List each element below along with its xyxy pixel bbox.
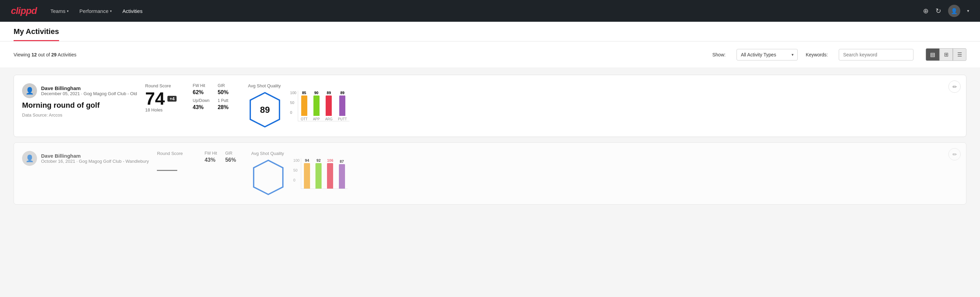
navigation: clippd Teams ▾ Performance ▾ Activities … [0, 0, 980, 22]
avg-shot-block-1: Avg Shot Quality 89 100 50 0 [248, 83, 349, 128]
gir-block-2: GIR 56% [225, 151, 238, 163]
updown-value-1: 43% [193, 104, 210, 110]
hex-score-1: 89 [260, 105, 270, 115]
edit-icon-2: ✏ [953, 151, 957, 158]
user-avatar[interactable]: 👤 [948, 5, 960, 17]
filter-bar: Viewing 12 out of 29 Activities Show: Al… [0, 42, 980, 68]
add-icon[interactable]: ⊕ [923, 7, 929, 15]
bar-ott-2: 94 [304, 158, 310, 188]
fw-hit-value-1: 62% [193, 89, 210, 96]
bar-chart-2: 100 50 0 94 92 10 [293, 158, 348, 189]
bar-app: 90 APP [313, 91, 320, 121]
hex-container-1: 89 [248, 91, 282, 128]
view-dense-list-button[interactable]: ▤ [926, 48, 940, 61]
activities-list: ✏ 👤 Dave Billingham December 05, 2021 · … [0, 68, 980, 217]
bar-arg-bar [326, 96, 332, 116]
chart-bars-container-2: 94 92 106 87 [301, 158, 347, 189]
view-list-button[interactable]: ☰ [953, 48, 966, 61]
grid-icon: ⊞ [944, 51, 948, 58]
bar-chart-1: 100 50 0 85 OTT 90 APP [290, 91, 349, 121]
user-menu-arrow[interactable]: ▾ [967, 8, 969, 13]
avatar-1: 👤 [22, 83, 37, 98]
bar-app-bar [313, 96, 320, 116]
bar-arg: 89 ARG [325, 91, 333, 121]
bar-putt-label: PUTT [338, 117, 347, 121]
gir-value-1: 50% [218, 89, 234, 96]
chart-y-labels-2: 100 50 0 [293, 158, 299, 189]
performance-dropdown-arrow: ▾ [110, 9, 112, 13]
activity-title-1: Morning round of golf [22, 101, 137, 110]
show-label: Show: [713, 52, 725, 57]
avg-shot-label-1: Avg Shot Quality [248, 83, 282, 88]
avg-shot-block-2: Avg Shot Quality 100 50 0 [251, 151, 348, 196]
one-putt-value-1: 28% [218, 104, 234, 110]
nav-teams[interactable]: Teams ▾ [50, 8, 68, 14]
nav-activities[interactable]: Activities [123, 8, 143, 14]
avg-shot-label-container-2: Avg Shot Quality [251, 151, 285, 196]
data-source-1: Data Source: Arccos [22, 112, 137, 118]
gir-block-1: GIR 50% [218, 83, 234, 96]
bar-putt-bar [339, 96, 345, 116]
updown-block-1: Up/Down 43% [193, 98, 210, 110]
bar-arg-label: ARG [325, 117, 333, 121]
avg-shot-label-2: Avg Shot Quality [251, 151, 285, 156]
round-score-block-1: Round Score 74 +4 18 Holes [145, 83, 179, 112]
bar-putt-bar-2 [339, 164, 345, 188]
avatar-2: 👤 [22, 151, 37, 166]
list-icon: ☰ [957, 51, 962, 58]
edit-button-1[interactable]: ✏ [948, 81, 961, 93]
view-grid-button[interactable]: ⊞ [940, 48, 953, 61]
bar-app-label: APP [313, 117, 320, 121]
user-row-1: 👤 Dave Billingham December 05, 2021 · Go… [22, 83, 137, 98]
stat-grid-2: FW Hit 43% GIR 56% [204, 151, 237, 163]
bar-ott-label: OTT [301, 117, 308, 121]
updown-label-1: Up/Down [193, 98, 210, 103]
bar-app-bar-2 [315, 163, 321, 188]
logo: clippd [11, 5, 37, 16]
fw-hit-value-2: 43% [204, 157, 217, 163]
round-score-block-2: Round Score [157, 151, 191, 171]
svg-marker-1 [254, 160, 283, 194]
round-score-label-2: Round Score [157, 151, 191, 156]
edit-button-2[interactable]: ✏ [948, 148, 961, 160]
bar-putt-2: 87 [339, 158, 345, 188]
bar-app-value-2: 92 [317, 158, 321, 163]
activity-card-2: ✏ 👤 Dave Billingham October 16, 2021 · G… [14, 142, 966, 204]
bar-app-2: 92 [315, 158, 321, 188]
card-left-1: 👤 Dave Billingham December 05, 2021 · Go… [22, 83, 137, 118]
gir-value-2: 56% [225, 157, 238, 163]
chart-y-labels-1: 100 50 0 [290, 91, 296, 121]
keyword-search-input[interactable] [839, 49, 913, 61]
user-name-2: Dave Billingham [41, 153, 149, 159]
nav-right: ⊕ ↻ 👤 ▾ [923, 5, 969, 17]
refresh-icon[interactable]: ↻ [935, 7, 941, 15]
page-title: My Activities [14, 27, 59, 41]
page-header: My Activities [0, 22, 980, 42]
avatar-icon: 👤 [951, 8, 958, 14]
round-score-label-1: Round Score [145, 83, 179, 88]
bar-putt-value-2: 87 [340, 160, 344, 163]
card-stats-1: Round Score 74 +4 18 Holes FW Hit 62% GI… [145, 83, 958, 128]
nav-performance[interactable]: Performance ▾ [80, 8, 112, 14]
avatar-placeholder-icon: 👤 [25, 87, 34, 95]
user-date-2: October 16, 2021 · Gog Magog Golf Club -… [41, 159, 149, 164]
bar-arg-value-2: 106 [327, 158, 333, 163]
bar-ott-bar [301, 96, 307, 116]
activity-type-select[interactable]: All Activity Types [737, 49, 798, 61]
edit-icon: ✏ [953, 84, 957, 90]
user-name-1: Dave Billingham [41, 85, 137, 91]
keywords-label: Keywords: [806, 52, 828, 57]
chart-bars-container-1: 85 OTT 90 APP 89 ARG [298, 91, 350, 121]
bar-putt-value: 89 [340, 91, 344, 95]
bar-ott-value-2: 94 [305, 158, 309, 163]
bar-putt: 89 PUTT [338, 91, 347, 121]
one-putt-block-1: 1 Putt 28% [218, 98, 234, 110]
bar-arg-bar-2 [327, 163, 333, 188]
bar-arg-2: 106 [327, 158, 333, 188]
score-badge-1: +4 [167, 96, 177, 102]
score-placeholder-2 [157, 157, 177, 171]
round-score-value-1: 74 +4 [145, 90, 179, 107]
fw-hit-block-1: FW Hit 62% [193, 83, 210, 96]
bar-ott: 85 OTT [301, 91, 308, 121]
bar-ott-value: 85 [302, 91, 306, 95]
